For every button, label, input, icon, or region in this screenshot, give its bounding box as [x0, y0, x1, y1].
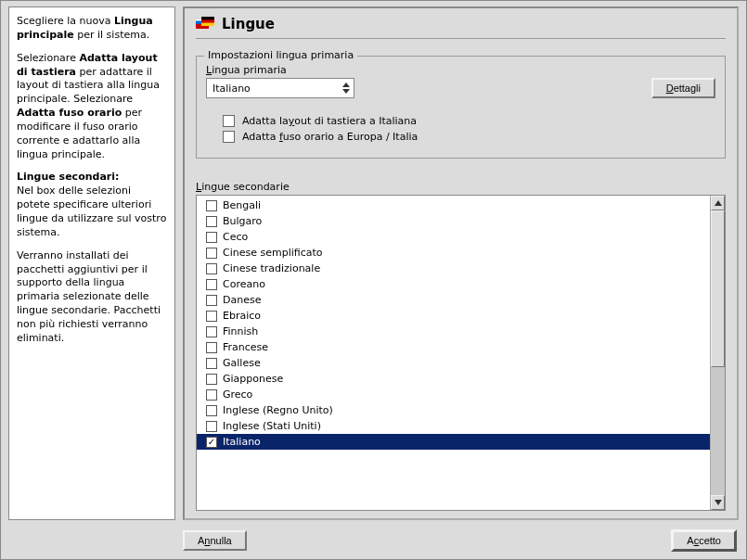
list-item[interactable]: Bengali — [197, 197, 710, 213]
list-item[interactable]: Cinese semplificato — [197, 245, 710, 261]
help-text-2: Selezionare Adatta layout di tastiera pe… — [17, 52, 167, 162]
primary-language-select[interactable]: Italiano — [206, 78, 354, 98]
list-item[interactable]: Greco — [197, 387, 710, 402]
list-item[interactable]: Finnish — [197, 324, 710, 339]
help-text-1: Scegliere la nuova Lingua principale per… — [17, 15, 167, 43]
list-item-label: Bulgaro — [223, 215, 262, 227]
list-item-checkbox[interactable] — [206, 200, 217, 211]
adapt-keyboard-row[interactable]: Adatta layout di tastiera a Italiana — [206, 113, 715, 129]
primary-fieldset-legend: Impostazioni lingua primaria — [204, 49, 357, 61]
list-item-label: Giapponese — [223, 373, 283, 385]
list-item[interactable]: Italiano — [197, 434, 710, 450]
list-item[interactable]: Coreano — [197, 276, 710, 292]
secondary-languages-listbox[interactable]: BengaliBulgaroCecoCinese semplificatoCin… — [196, 195, 726, 511]
scroll-up-button[interactable] — [711, 196, 725, 210]
scroll-down-button[interactable] — [711, 495, 725, 510]
scroll-track[interactable] — [711, 210, 725, 495]
list-item[interactable]: Cinese tradizionale — [197, 261, 710, 276]
cancel-button[interactable]: Annulla — [183, 530, 247, 551]
main-area: Scegliere la nuova Lingua principale per… — [8, 6, 739, 520]
svg-marker-9 — [715, 500, 722, 505]
secondary-languages-section: Lingue secondarie BengaliBulgaroCecoCine… — [196, 181, 726, 511]
adapt-timezone-checkbox[interactable] — [223, 131, 235, 143]
list-item-label: Ebraico — [223, 310, 261, 322]
page-title: Lingue — [222, 16, 275, 32]
list-item-checkbox[interactable] — [206, 405, 217, 416]
svg-marker-6 — [342, 83, 350, 87]
header: Lingue — [196, 16, 726, 39]
primary-language-value: Italiano — [213, 83, 251, 95]
list-item-label: Greco — [223, 388, 252, 401]
list-item-checkbox[interactable] — [206, 326, 217, 337]
list-item-label: Gallese — [223, 357, 261, 369]
list-item-checkbox[interactable] — [206, 389, 217, 401]
list-item-checkbox[interactable] — [206, 437, 217, 448]
list-item[interactable]: Ceco — [197, 229, 710, 245]
list-item[interactable]: Giapponese — [197, 371, 710, 387]
scrollbar[interactable] — [710, 196, 725, 510]
primary-language-label: Lingua primaria — [206, 64, 354, 76]
button-bar: Annulla Accetto — [8, 520, 739, 554]
svg-marker-7 — [342, 89, 350, 94]
list-item-checkbox[interactable] — [206, 342, 217, 353]
help-panel: Scegliere la nuova Lingua principale per… — [8, 6, 175, 520]
list-item-label: Cinese semplificato — [223, 247, 323, 259]
list-item-checkbox[interactable] — [206, 216, 217, 227]
accept-button[interactable]: Accetto — [671, 529, 737, 552]
list-item[interactable]: Bulgaro — [197, 213, 710, 229]
list-item[interactable]: Gallese — [197, 355, 710, 371]
list-item-label: Coreano — [223, 278, 265, 290]
language-settings-window: Scegliere la nuova Lingua principale per… — [0, 0, 747, 560]
list-item-label: Inglese (Stati Uniti) — [223, 420, 321, 432]
list-item-checkbox[interactable] — [206, 279, 217, 290]
list-item-label: Finnish — [223, 325, 258, 337]
list-item-checkbox[interactable] — [206, 421, 217, 432]
svg-marker-8 — [715, 200, 722, 206]
scroll-thumb[interactable] — [711, 210, 725, 367]
spinner-icon — [341, 82, 351, 95]
list-item-checkbox[interactable] — [206, 232, 217, 243]
adapt-keyboard-label: Adatta layout di tastiera a Italiana — [242, 115, 417, 127]
list-item-checkbox[interactable] — [206, 311, 217, 322]
list-item[interactable]: Francese — [197, 339, 710, 355]
list-item-checkbox[interactable] — [206, 263, 217, 274]
help-text-3: Lingue secondari: Nel box delle selezion… — [17, 171, 167, 239]
svg-rect-4 — [201, 17, 214, 19]
list-item[interactable]: Danese — [197, 292, 710, 308]
adapt-keyboard-checkbox[interactable] — [223, 115, 235, 127]
adapt-timezone-label: Adatta fuso orario a Europa / Italia — [242, 131, 418, 143]
secondary-languages-label: Lingue secondarie — [196, 181, 726, 193]
list-item-label: Inglese (Regno Unito) — [223, 404, 333, 416]
list-item-label: Cinese tradizionale — [223, 262, 320, 274]
list-item-checkbox[interactable] — [206, 358, 217, 369]
list-item-label: Francese — [223, 341, 268, 353]
svg-rect-5 — [201, 23, 214, 26]
list-item-label: Bengali — [223, 199, 261, 211]
list-item-label: Ceco — [223, 231, 248, 243]
list-item-label: Danese — [223, 294, 261, 306]
list-item-label: Italiano — [223, 436, 261, 448]
primary-language-fieldset: Impostazioni lingua primaria Lingua prim… — [196, 56, 726, 159]
list-item-checkbox[interactable] — [206, 248, 217, 259]
content-panel: Lingue Impostazioni lingua primaria Ling… — [183, 6, 739, 520]
list-item[interactable]: Ebraico — [197, 308, 710, 324]
languages-icon — [196, 17, 214, 32]
list-item[interactable]: Inglese (Regno Unito) — [197, 402, 710, 418]
help-text-4: Verranno installati dei pacchetti aggiun… — [17, 249, 167, 346]
list-item-checkbox[interactable] — [206, 374, 217, 385]
list-item[interactable]: Inglese (Stati Uniti) — [197, 418, 710, 434]
list-item-checkbox[interactable] — [206, 295, 217, 306]
adapt-timezone-row[interactable]: Adatta fuso orario a Europa / Italia — [206, 129, 715, 145]
details-button[interactable]: Dettagli — [651, 78, 715, 98]
